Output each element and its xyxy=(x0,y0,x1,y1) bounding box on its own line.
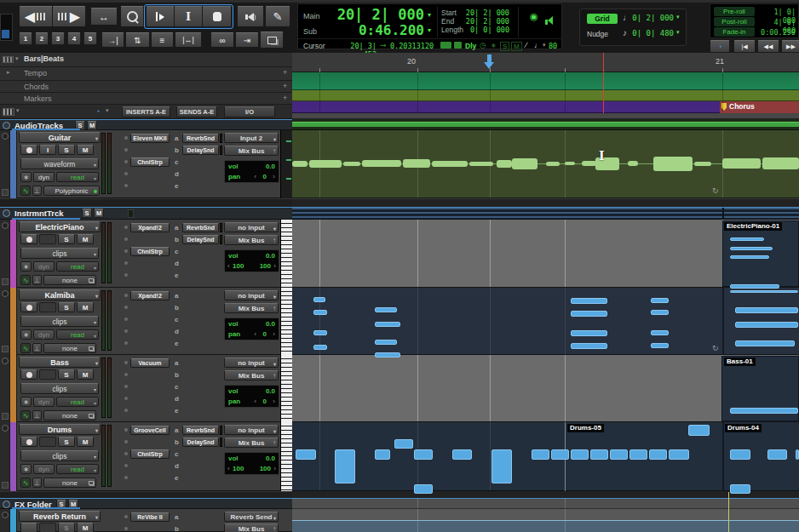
ruler-row-add-button[interactable]: + xyxy=(283,94,287,102)
track-name-dropdown[interactable]: ▾ xyxy=(95,514,98,520)
output-selector[interactable]: Mix Bus↑ xyxy=(224,303,279,313)
scrubber-tool-button[interactable]: ) xyxy=(237,6,264,27)
track-freeze-icon[interactable] xyxy=(2,189,9,196)
track-view-dropdown[interactable]: ▾ xyxy=(94,386,96,392)
dyn-button[interactable]: dyn xyxy=(33,464,55,474)
midi-note-kalimba[interactable] xyxy=(571,330,607,336)
zoom-in-button[interactable]: ▶ xyxy=(52,6,86,27)
sub-counter-dropdown[interactable]: ▾ xyxy=(428,26,431,34)
elastic-audio-button[interactable]: ∿ xyxy=(20,275,31,285)
nudge-dropdown[interactable]: ▾ xyxy=(676,29,680,36)
automation-star-button[interactable]: ∗ xyxy=(20,261,32,272)
zoom-tool-button[interactable] xyxy=(120,6,144,27)
main-counter-value[interactable]: 20| 2| 000 xyxy=(332,6,424,23)
automation-dropdown[interactable]: ▾ xyxy=(94,467,96,473)
midi-note-drums[interactable] xyxy=(767,449,787,460)
insert-button-revibe-ii[interactable]: ReVibe II xyxy=(130,512,170,522)
link-timeline-edit-button[interactable]: ⇅ xyxy=(125,32,150,48)
track-name-dropdown[interactable]: ▾ xyxy=(95,427,98,433)
automation-star-button[interactable]: ∗ xyxy=(20,329,32,340)
track-bottom-selector[interactable]: Polyphonic xyxy=(43,186,100,196)
automation-mode-button[interactable]: read▾ xyxy=(56,172,99,182)
midi-note-kalimba[interactable] xyxy=(651,310,669,315)
transport-timer-button[interactable]: ◔ xyxy=(710,40,730,53)
midi-note-drums[interactable] xyxy=(296,449,316,460)
output-selector[interactable]: Mix Bus↑ xyxy=(224,523,279,532)
input-selector[interactable]: Input 2▾ xyxy=(224,133,279,143)
midi-note-drums[interactable] xyxy=(375,449,390,460)
midi-note-epiano[interactable] xyxy=(730,237,764,241)
insert-slot-dot[interactable] xyxy=(124,409,128,412)
track-bottom-selector[interactable]: none xyxy=(43,410,96,420)
dyn-button[interactable]: dyn xyxy=(33,329,55,340)
midi-note-kalimba[interactable] xyxy=(313,345,327,350)
output-window-icon[interactable]: ↑ xyxy=(273,372,276,380)
midi-note-drums[interactable] xyxy=(669,449,689,460)
input-selector[interactable]: no input▾ xyxy=(224,222,279,232)
folder-header-audiotracks[interactable]: AudioTracksSM xyxy=(0,119,292,130)
record-arm-button[interactable] xyxy=(20,302,37,312)
return-to-zero-button[interactable]: |◀ xyxy=(733,40,756,53)
vol-value[interactable]: 0.0 xyxy=(266,320,275,328)
playlist-layers-icon[interactable] xyxy=(89,481,94,485)
midi-note-kalimba[interactable] xyxy=(651,298,669,303)
automation-dropdown[interactable]: ▾ xyxy=(94,400,96,406)
instrument-folder-lane[interactable] xyxy=(292,207,799,220)
insert-slot-dot[interactable] xyxy=(124,294,128,297)
layered-editing-button[interactable]: ⇥ xyxy=(235,32,259,48)
automation-mode-button[interactable]: read▾ xyxy=(56,464,99,474)
insert-button-xpand-2[interactable]: Xpand!2 xyxy=(130,223,170,232)
insert-slot-dot[interactable] xyxy=(124,515,128,518)
guitar-track-lane[interactable]: I↻ xyxy=(292,130,799,198)
send-button-revrbsnd[interactable]: RevrbSnd xyxy=(182,426,219,435)
marker-region-chorus[interactable]: Chorus xyxy=(720,101,799,113)
input-selector[interactable]: no input▾ xyxy=(224,358,279,368)
folder-header-fx-folder[interactable]: FX FolderSM xyxy=(0,498,292,509)
memory-location-2[interactable]: 2 xyxy=(35,32,49,45)
track-name-dropdown[interactable]: ▾ xyxy=(95,293,98,299)
dyn-button[interactable]: dyn xyxy=(33,172,55,182)
solo-button[interactable]: S xyxy=(58,369,75,380)
folder-disclosure-icon[interactable] xyxy=(3,122,10,129)
track-collapse-icon[interactable] xyxy=(2,425,9,432)
track-controls-reverb[interactable]: Reverb Return▾SMReVibe IIabReverb Send▾M… xyxy=(0,509,292,532)
edit-insertion-arrow[interactable] xyxy=(484,54,495,70)
vol-value[interactable]: 0.0 xyxy=(266,455,275,462)
track-controls-kalimba[interactable]: Kalmiba▾SMclips▾∗dynread▾∿⊥noneXpand!2ab… xyxy=(0,288,292,355)
input-dropdown[interactable]: ▾ xyxy=(273,515,276,521)
insert-slot-dot[interactable] xyxy=(124,440,128,443)
output-selector[interactable]: Mix Bus↑ xyxy=(224,146,279,156)
insert-slot-dot[interactable] xyxy=(124,160,128,163)
midi-note-kalimba[interactable] xyxy=(735,340,795,346)
midi-note-kalimba[interactable] xyxy=(571,343,607,349)
grabber-tool-button[interactable] xyxy=(202,6,232,27)
track-bottom-selector[interactable]: none xyxy=(43,343,96,353)
mute-button[interactable]: M xyxy=(77,145,94,155)
track-name-button[interactable]: Guitar▾ xyxy=(19,132,101,143)
track-view-selector[interactable]: clips▾ xyxy=(20,450,99,461)
midi-note-kalimba[interactable] xyxy=(375,340,397,345)
playback-speaker-icon[interactable] xyxy=(545,13,553,28)
mute-button[interactable]: M xyxy=(77,302,94,312)
mute-button[interactable]: M xyxy=(77,369,94,380)
record-arm-button[interactable] xyxy=(20,369,37,380)
ruler-row-chords[interactable]: Chords+ xyxy=(0,81,292,93)
elastic-audio-button[interactable]: ∿ xyxy=(20,478,31,488)
midi-note-drums[interactable] xyxy=(551,449,569,460)
midi-note-drums[interactable] xyxy=(414,449,433,460)
midi-note-bass[interactable] xyxy=(730,408,798,414)
automation-star-button[interactable]: ∗ xyxy=(20,464,32,474)
midi-note-kalimba[interactable] xyxy=(571,298,607,304)
insert-slot-dot[interactable] xyxy=(124,249,128,253)
fx-folder-lane[interactable] xyxy=(292,498,799,509)
end-value[interactable]: 20| 2| 000 xyxy=(465,17,509,26)
pencil-mini-icon[interactable]: ∕ xyxy=(526,41,527,49)
insert-slot-dot[interactable] xyxy=(124,373,128,376)
nudge-label[interactable]: Nudge xyxy=(587,30,608,38)
ruler-grid-dropdown[interactable]: ▾ xyxy=(15,55,19,62)
insert-slot-dot[interactable] xyxy=(124,172,128,175)
grid-value[interactable]: 0| 2| 000 xyxy=(629,14,674,22)
send-button-delaysnd[interactable]: DelaySnd xyxy=(182,235,219,244)
track-view-selector[interactable]: clips▾ xyxy=(20,316,99,327)
session-timer-icon[interactable]: ◔ xyxy=(95,107,100,116)
